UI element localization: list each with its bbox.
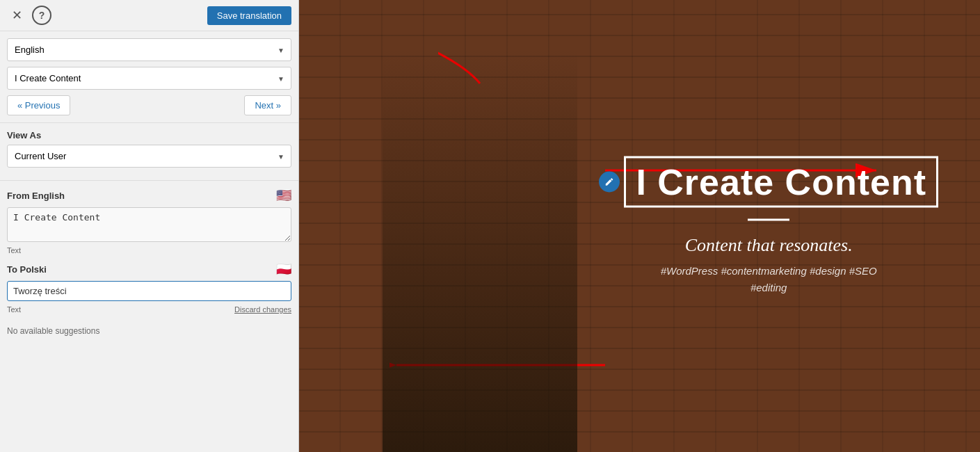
hero-title: I Create Content xyxy=(624,156,938,208)
next-button[interactable]: Next » xyxy=(244,95,291,115)
top-bar: ✕ ? Save translation xyxy=(0,0,298,31)
view-as-section: View As Current User Guest xyxy=(0,123,298,181)
left-panel: ✕ ? Save translation English Polski I Cr… xyxy=(0,0,299,452)
right-panel: I Create Content Content that resonates.… xyxy=(299,0,980,452)
to-field-type: Text xyxy=(7,305,21,314)
hero-divider xyxy=(748,219,789,221)
view-as-select-wrapper: Current User Guest xyxy=(7,145,291,168)
previous-button[interactable]: « Previous xyxy=(7,95,70,115)
edit-icon xyxy=(599,172,620,193)
to-lang-label: To Polski xyxy=(7,264,47,275)
hero-tagline: Content that resonates. xyxy=(599,235,938,256)
controls-section: English Polski I Create Content « Previo… xyxy=(0,31,298,123)
to-lang-row: To Polski 🇵🇱 xyxy=(7,261,291,277)
content-select[interactable]: I Create Content xyxy=(7,67,291,90)
to-translation-input[interactable] xyxy=(7,281,291,301)
help-button[interactable]: ? xyxy=(32,6,51,25)
save-translation-button[interactable]: Save translation xyxy=(207,6,291,25)
from-lang-label: From English xyxy=(7,191,65,201)
view-as-select[interactable]: Current User Guest xyxy=(7,145,291,168)
to-flag: 🇵🇱 xyxy=(276,261,291,277)
content-select-wrapper: I Create Content xyxy=(7,67,291,90)
suggestions-text: No available suggestions xyxy=(7,326,291,336)
from-field-type: Text xyxy=(7,246,291,255)
close-button[interactable]: ✕ xyxy=(7,6,26,25)
hero-title-box: I Create Content xyxy=(599,156,938,208)
from-translation-textarea[interactable] xyxy=(7,207,291,242)
language-select-wrapper: English Polski xyxy=(7,38,291,61)
person-silhouette xyxy=(383,49,577,452)
language-select[interactable]: English Polski xyxy=(7,38,291,61)
discard-changes-link[interactable]: Discard changes xyxy=(234,305,291,321)
hero-content: I Create Content Content that resonates.… xyxy=(599,156,938,296)
help-icon: ? xyxy=(39,10,45,21)
from-flag: 🇺🇸 xyxy=(276,188,291,203)
view-as-label: View As xyxy=(7,130,291,140)
translation-section: From English 🇺🇸 Text To Polski 🇵🇱 Text D… xyxy=(0,181,298,452)
hero-hashtags: #WordPress #contentmarketing #design #SE… xyxy=(599,263,938,296)
nav-buttons: « Previous Next » xyxy=(7,95,291,115)
from-lang-header: From English 🇺🇸 xyxy=(7,188,291,203)
